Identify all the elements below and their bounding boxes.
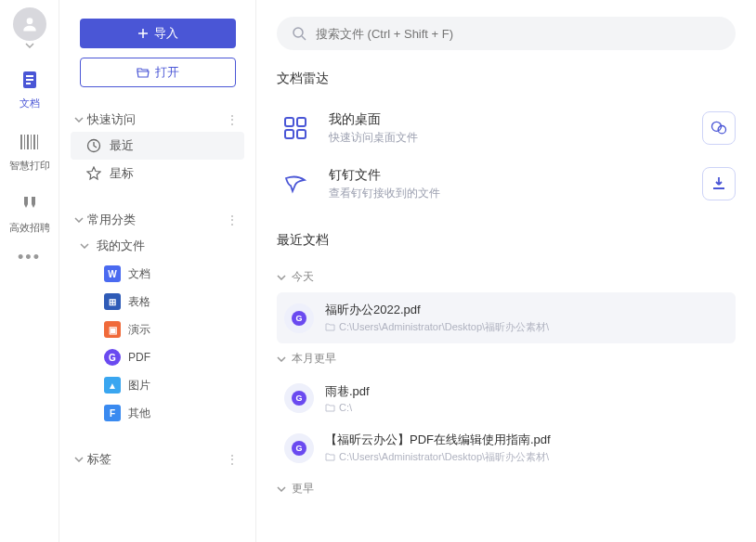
user-icon bbox=[20, 15, 39, 33]
group-header-today[interactable]: 今天 bbox=[277, 262, 736, 292]
pdf-file-icon: G bbox=[284, 303, 314, 333]
sidebar-item-type-pdf[interactable]: G PDF bbox=[84, 343, 244, 371]
file-name: 雨巷.pdf bbox=[325, 383, 728, 400]
sidebar-item-type-image[interactable]: ▲ 图片 bbox=[84, 371, 244, 399]
rail-label: 智慧打印 bbox=[9, 159, 50, 173]
file-info: 福昕办公2022.pdf C:\Users\Administrator\Desk… bbox=[325, 302, 728, 334]
more-icon[interactable]: ⋮ bbox=[220, 213, 244, 227]
import-button[interactable]: 导入 bbox=[80, 19, 236, 48]
myfiles-children: W 文档 ⊞ 表格 ▣ 演示 G PDF ▲ 图片 F 其他 bbox=[71, 260, 244, 427]
file-info: 【福昕云办公】PDF在线编辑使用指南.pdf C:\Users\Administ… bbox=[325, 432, 728, 464]
sidebar-item-label: 最近 bbox=[110, 137, 134, 154]
recent-title: 最近文档 bbox=[277, 232, 736, 249]
image-icon: ▲ bbox=[104, 377, 121, 394]
svg-rect-10 bbox=[37, 135, 38, 149]
sidebar-item-type-slide[interactable]: ▣ 演示 bbox=[84, 316, 244, 343]
section-title: 快速访问 bbox=[87, 111, 220, 128]
file-item[interactable]: G 【福昕云办公】PDF在线编辑使用指南.pdf C:\Users\Admini… bbox=[277, 422, 736, 473]
chevron-down-icon bbox=[25, 43, 34, 48]
download-icon bbox=[710, 175, 727, 192]
svg-rect-13 bbox=[285, 118, 293, 126]
folder-open-icon bbox=[137, 67, 150, 78]
import-label: 导入 bbox=[154, 25, 178, 42]
sidebar-item-myfiles[interactable]: 我的文件 bbox=[71, 232, 244, 260]
rail-item-recruit[interactable]: 高效招聘 bbox=[4, 186, 56, 240]
recent-section: 最近文档 今天 G 福昕办公2022.pdf C:\Users\Administ… bbox=[277, 232, 736, 504]
chevron-down-icon bbox=[277, 356, 286, 362]
tags-header[interactable]: 标签 ⋮ bbox=[71, 447, 244, 471]
search-input[interactable] bbox=[316, 27, 721, 41]
chevron-down-icon bbox=[71, 117, 87, 123]
radar-section: 文档雷达 我的桌面 快速访问桌面文件 钉钉文件 查看钉钉接收到的文件 bbox=[277, 71, 736, 212]
svg-rect-16 bbox=[297, 130, 306, 138]
svg-point-12 bbox=[293, 28, 303, 37]
sidebar-item-label: 星标 bbox=[110, 165, 134, 182]
pdf-file-icon: G bbox=[284, 433, 314, 463]
chevron-down-icon bbox=[71, 457, 87, 462]
sidebar-item-type-doc[interactable]: W 文档 bbox=[84, 260, 244, 288]
svg-rect-8 bbox=[31, 135, 32, 149]
tags-section: 标签 ⋮ bbox=[71, 447, 244, 471]
radar-item-desktop[interactable]: 我的桌面 快速访问桌面文件 bbox=[277, 100, 736, 156]
file-path: C:\ bbox=[325, 402, 728, 413]
left-rail: 文档 智慧打印 高效招聘 ••• bbox=[0, 0, 59, 542]
document-icon bbox=[17, 67, 43, 93]
radar-info: 钉钉文件 查看钉钉接收到的文件 bbox=[329, 167, 702, 201]
svg-text:G: G bbox=[295, 444, 302, 453]
rail-item-print[interactable]: 智慧打印 bbox=[4, 123, 56, 178]
group-label: 本月更早 bbox=[292, 351, 336, 367]
folder-icon bbox=[325, 453, 335, 461]
folder-icon bbox=[325, 404, 335, 412]
file-path: C:\Users\Administrator\Desktop\福昕办公素材\ bbox=[325, 320, 728, 334]
sidebar-item-type-sheet[interactable]: ⊞ 表格 bbox=[84, 288, 244, 316]
rail-label: 文档 bbox=[20, 97, 40, 110]
radar-item-dingtalk[interactable]: 钉钉文件 查看钉钉接收到的文件 bbox=[277, 156, 736, 212]
wechat-link-button[interactable] bbox=[702, 111, 736, 145]
chevron-down-icon bbox=[71, 217, 87, 223]
svg-rect-6 bbox=[24, 135, 25, 149]
sidebar-item-type-other[interactable]: F 其他 bbox=[84, 399, 244, 427]
svg-point-0 bbox=[26, 18, 33, 24]
file-name: 【福昕云办公】PDF在线编辑使用指南.pdf bbox=[325, 432, 728, 448]
search-bar[interactable] bbox=[277, 17, 736, 50]
group-header-earlier-month[interactable]: 本月更早 bbox=[277, 343, 736, 374]
quick-access-header[interactable]: 快速访问 ⋮ bbox=[71, 108, 244, 132]
more-icon[interactable]: ⋮ bbox=[220, 112, 244, 127]
file-item[interactable]: G 雨巷.pdf C:\ bbox=[277, 374, 736, 422]
svg-rect-5 bbox=[20, 135, 22, 149]
group-label: 今天 bbox=[292, 269, 314, 285]
radar-info: 我的桌面 快速访问桌面文件 bbox=[329, 111, 702, 146]
radar-item-title: 我的桌面 bbox=[329, 111, 702, 128]
star-icon bbox=[85, 165, 102, 182]
file-name: 福昕办公2022.pdf bbox=[325, 302, 728, 318]
more-icon[interactable]: ⋮ bbox=[220, 452, 244, 467]
sidebar-item-label: PDF bbox=[128, 351, 150, 364]
rail-more[interactable]: ••• bbox=[18, 248, 41, 267]
recruit-icon bbox=[17, 191, 43, 217]
chevron-down-icon bbox=[277, 486, 286, 492]
barcode-icon bbox=[17, 129, 43, 155]
plus-icon bbox=[137, 28, 149, 39]
clock-icon bbox=[85, 137, 102, 154]
open-label: 打开 bbox=[155, 64, 179, 81]
other-icon: F bbox=[104, 405, 121, 421]
svg-rect-15 bbox=[285, 130, 293, 138]
chevron-down-icon bbox=[80, 243, 89, 249]
svg-text:G: G bbox=[295, 394, 302, 403]
group-header-older[interactable]: 更早 bbox=[277, 473, 736, 504]
radar-title: 文档雷达 bbox=[277, 71, 736, 87]
svg-rect-3 bbox=[26, 79, 33, 81]
sidebar-item-label: 表格 bbox=[128, 294, 150, 310]
radar-item-title: 钉钉文件 bbox=[329, 167, 702, 184]
sidebar-item-label: 我的文件 bbox=[97, 238, 145, 254]
sidebar-item-recent[interactable]: 最近 bbox=[71, 132, 244, 160]
open-button[interactable]: 打开 bbox=[80, 58, 236, 87]
categories-header[interactable]: 常用分类 ⋮ bbox=[71, 208, 244, 232]
rail-item-docs[interactable]: 文档 bbox=[4, 61, 56, 116]
svg-rect-9 bbox=[33, 135, 35, 149]
grid-icon bbox=[277, 110, 314, 147]
sidebar-item-starred[interactable]: 星标 bbox=[71, 160, 244, 187]
file-item[interactable]: G 福昕办公2022.pdf C:\Users\Administrator\De… bbox=[277, 292, 736, 343]
download-button[interactable] bbox=[702, 167, 736, 200]
avatar-wrap[interactable] bbox=[13, 7, 46, 48]
